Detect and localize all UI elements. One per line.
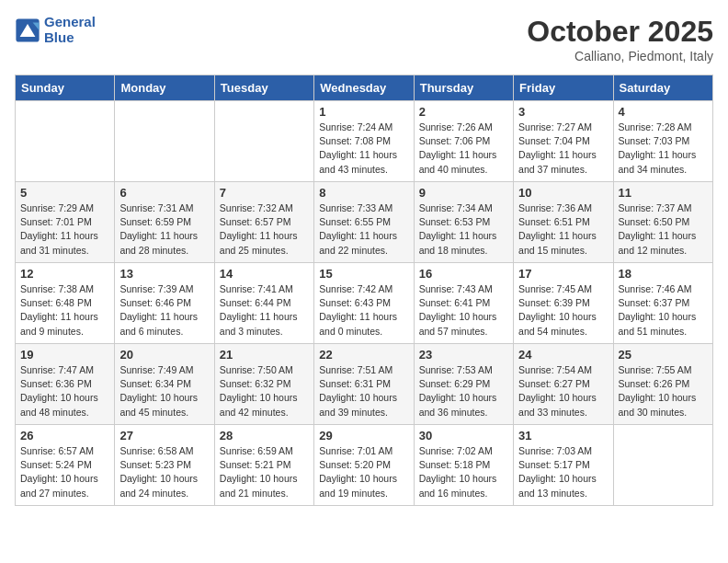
day-info: Sunrise: 7:01 AM Sunset: 5:20 PM Dayligh… xyxy=(319,444,408,500)
day-info: Sunrise: 6:59 AM Sunset: 5:21 PM Dayligh… xyxy=(220,444,309,500)
day-info: Sunrise: 7:24 AM Sunset: 7:08 PM Dayligh… xyxy=(319,121,408,177)
calendar-cell: 25Sunrise: 7:55 AM Sunset: 6:26 PM Dayli… xyxy=(613,344,712,425)
day-number: 19 xyxy=(20,348,109,362)
calendar-cell: 2Sunrise: 7:26 AM Sunset: 7:06 PM Daylig… xyxy=(414,101,513,182)
calendar-cell: 16Sunrise: 7:43 AM Sunset: 6:41 PM Dayli… xyxy=(414,263,513,344)
calendar-week-row: 12Sunrise: 7:38 AM Sunset: 6:48 PM Dayli… xyxy=(16,263,713,344)
day-number: 30 xyxy=(419,429,508,442)
logo-general: General xyxy=(44,14,96,29)
calendar-cell: 4Sunrise: 7:28 AM Sunset: 7:03 PM Daylig… xyxy=(613,101,712,182)
day-info: Sunrise: 7:49 AM Sunset: 6:34 PM Dayligh… xyxy=(119,363,209,419)
day-info: Sunrise: 7:28 AM Sunset: 7:03 PM Dayligh… xyxy=(619,121,708,177)
day-info: Sunrise: 7:47 AM Sunset: 6:36 PM Dayligh… xyxy=(20,363,109,419)
day-number: 4 xyxy=(619,105,708,119)
calendar-cell: 9Sunrise: 7:34 AM Sunset: 6:53 PM Daylig… xyxy=(414,182,513,263)
calendar-cell: 26Sunrise: 6:57 AM Sunset: 5:24 PM Dayli… xyxy=(16,425,115,506)
calendar-cell: 30Sunrise: 7:02 AM Sunset: 5:18 PM Dayli… xyxy=(414,425,513,506)
day-info: Sunrise: 7:02 AM Sunset: 5:18 PM Dayligh… xyxy=(419,444,508,500)
calendar-cell: 1Sunrise: 7:24 AM Sunset: 7:08 PM Daylig… xyxy=(314,101,414,182)
logo-blue: Blue xyxy=(44,30,96,46)
calendar-cell: 29Sunrise: 7:01 AM Sunset: 5:20 PM Dayli… xyxy=(314,425,414,506)
day-number: 13 xyxy=(119,267,209,281)
day-number: 28 xyxy=(220,429,309,442)
day-number: 7 xyxy=(220,186,309,200)
calendar-cell: 13Sunrise: 7:39 AM Sunset: 6:46 PM Dayli… xyxy=(115,263,214,344)
day-number: 25 xyxy=(619,348,708,362)
day-number: 5 xyxy=(20,186,109,200)
day-info: Sunrise: 7:55 AM Sunset: 6:26 PM Dayligh… xyxy=(619,363,708,419)
day-number: 27 xyxy=(119,429,209,442)
day-number: 11 xyxy=(619,186,708,200)
day-info: Sunrise: 7:29 AM Sunset: 7:01 PM Dayligh… xyxy=(20,201,109,258)
logo: General Blue xyxy=(15,15,96,45)
day-number: 12 xyxy=(20,267,109,281)
month-title: October 2025 xyxy=(527,15,713,49)
calendar-week-row: 26Sunrise: 6:57 AM Sunset: 5:24 PM Dayli… xyxy=(16,425,713,506)
day-info: Sunrise: 7:42 AM Sunset: 6:43 PM Dayligh… xyxy=(319,282,408,339)
day-info: Sunrise: 6:58 AM Sunset: 5:23 PM Dayligh… xyxy=(119,444,209,500)
day-number: 20 xyxy=(119,348,209,362)
day-info: Sunrise: 7:54 AM Sunset: 6:27 PM Dayligh… xyxy=(518,363,608,419)
day-info: Sunrise: 7:33 AM Sunset: 6:55 PM Dayligh… xyxy=(319,201,408,258)
column-header-wednesday: Wednesday xyxy=(314,75,414,101)
day-number: 26 xyxy=(20,429,109,442)
day-info: Sunrise: 7:43 AM Sunset: 6:41 PM Dayligh… xyxy=(419,282,508,339)
day-info: Sunrise: 7:03 AM Sunset: 5:17 PM Dayligh… xyxy=(518,444,608,500)
calendar-cell xyxy=(115,101,214,182)
calendar-cell xyxy=(214,101,313,182)
day-number: 23 xyxy=(419,348,508,362)
calendar-cell: 15Sunrise: 7:42 AM Sunset: 6:43 PM Dayli… xyxy=(314,263,414,344)
calendar-cell: 20Sunrise: 7:49 AM Sunset: 6:34 PM Dayli… xyxy=(115,344,214,425)
day-number: 21 xyxy=(220,348,309,362)
calendar-cell xyxy=(16,101,115,182)
calendar-cell: 6Sunrise: 7:31 AM Sunset: 6:59 PM Daylig… xyxy=(115,182,214,263)
logo-icon xyxy=(15,17,40,43)
calendar-cell: 21Sunrise: 7:50 AM Sunset: 6:32 PM Dayli… xyxy=(214,344,313,425)
day-number: 8 xyxy=(319,186,408,200)
calendar-cell xyxy=(613,425,712,506)
title-block: October 2025 Calliano, Piedmont, Italy xyxy=(527,15,713,63)
day-number: 29 xyxy=(319,429,408,442)
calendar-cell: 28Sunrise: 6:59 AM Sunset: 5:21 PM Dayli… xyxy=(214,425,313,506)
calendar-cell: 22Sunrise: 7:51 AM Sunset: 6:31 PM Dayli… xyxy=(314,344,414,425)
day-number: 22 xyxy=(319,348,408,362)
day-number: 3 xyxy=(518,105,608,119)
day-number: 18 xyxy=(619,267,708,281)
day-number: 1 xyxy=(319,105,408,119)
calendar-cell: 11Sunrise: 7:37 AM Sunset: 6:50 PM Dayli… xyxy=(613,182,712,263)
day-number: 31 xyxy=(518,429,608,442)
calendar-cell: 12Sunrise: 7:38 AM Sunset: 6:48 PM Dayli… xyxy=(16,263,115,344)
calendar-cell: 24Sunrise: 7:54 AM Sunset: 6:27 PM Dayli… xyxy=(514,344,613,425)
calendar-cell: 17Sunrise: 7:45 AM Sunset: 6:39 PM Dayli… xyxy=(514,263,613,344)
day-number: 9 xyxy=(419,186,508,200)
day-info: Sunrise: 7:27 AM Sunset: 7:04 PM Dayligh… xyxy=(518,121,608,177)
day-info: Sunrise: 7:50 AM Sunset: 6:32 PM Dayligh… xyxy=(220,363,309,419)
calendar-cell: 27Sunrise: 6:58 AM Sunset: 5:23 PM Dayli… xyxy=(115,425,214,506)
day-info: Sunrise: 7:38 AM Sunset: 6:48 PM Dayligh… xyxy=(20,282,109,339)
column-header-sunday: Sunday xyxy=(16,75,115,101)
calendar-week-row: 19Sunrise: 7:47 AM Sunset: 6:36 PM Dayli… xyxy=(16,344,713,425)
column-header-saturday: Saturday xyxy=(613,75,712,101)
page-header: General Blue October 2025 Calliano, Pied… xyxy=(15,15,713,63)
day-info: Sunrise: 7:53 AM Sunset: 6:29 PM Dayligh… xyxy=(419,363,508,419)
day-info: Sunrise: 7:51 AM Sunset: 6:31 PM Dayligh… xyxy=(319,363,408,419)
calendar-table: SundayMondayTuesdayWednesdayThursdayFrid… xyxy=(15,75,713,506)
day-info: Sunrise: 7:34 AM Sunset: 6:53 PM Dayligh… xyxy=(419,201,508,258)
day-number: 15 xyxy=(319,267,408,281)
day-info: Sunrise: 7:26 AM Sunset: 7:06 PM Dayligh… xyxy=(419,121,508,177)
day-number: 24 xyxy=(518,348,608,362)
calendar-week-row: 1Sunrise: 7:24 AM Sunset: 7:08 PM Daylig… xyxy=(16,101,713,182)
column-header-thursday: Thursday xyxy=(414,75,513,101)
calendar-cell: 23Sunrise: 7:53 AM Sunset: 6:29 PM Dayli… xyxy=(414,344,513,425)
calendar-cell: 18Sunrise: 7:46 AM Sunset: 6:37 PM Dayli… xyxy=(613,263,712,344)
day-info: Sunrise: 7:41 AM Sunset: 6:44 PM Dayligh… xyxy=(220,282,309,339)
column-header-friday: Friday xyxy=(514,75,613,101)
calendar-cell: 3Sunrise: 7:27 AM Sunset: 7:04 PM Daylig… xyxy=(514,101,613,182)
day-info: Sunrise: 7:39 AM Sunset: 6:46 PM Dayligh… xyxy=(119,282,209,339)
day-info: Sunrise: 7:37 AM Sunset: 6:50 PM Dayligh… xyxy=(619,201,708,258)
column-header-monday: Monday xyxy=(115,75,214,101)
day-number: 17 xyxy=(518,267,608,281)
calendar-header-row: SundayMondayTuesdayWednesdayThursdayFrid… xyxy=(16,75,713,101)
day-info: Sunrise: 6:57 AM Sunset: 5:24 PM Dayligh… xyxy=(20,444,109,500)
day-number: 16 xyxy=(419,267,508,281)
